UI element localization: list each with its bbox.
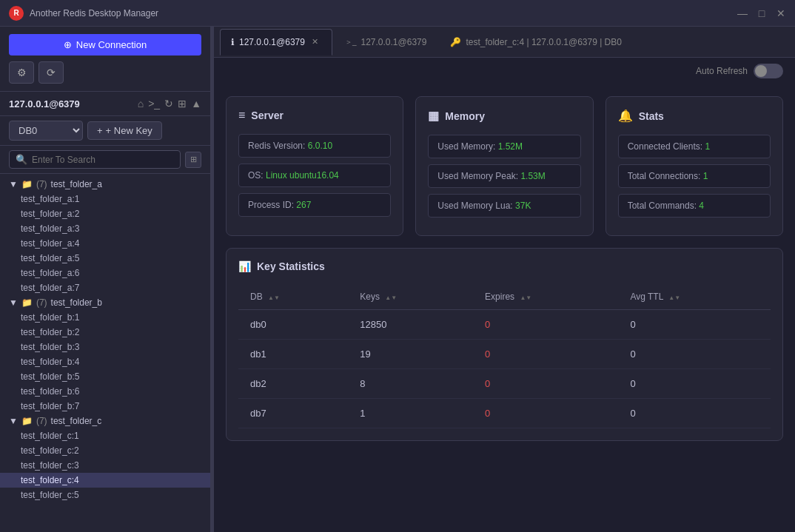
close-button[interactable]: ✕ xyxy=(776,8,786,18)
cell-db: db0 xyxy=(238,310,348,340)
list-item[interactable]: test_folder_a:1 xyxy=(0,192,210,206)
grid-icon[interactable]: ⊞ xyxy=(178,98,187,110)
refresh-button[interactable]: ⟳ xyxy=(38,61,64,84)
col-expires[interactable]: Expires ▲▼ xyxy=(473,284,618,310)
list-item[interactable]: test_folder_a:3 xyxy=(0,221,210,236)
chevron-down-icon: ▼ xyxy=(9,297,18,308)
folder-a-icon: 📁 xyxy=(21,179,33,189)
folder-a-row[interactable]: ▼ 📁 (7) test_folder_a xyxy=(0,177,210,192)
redis-version-stat: Redis Version: 6.0.10 xyxy=(238,134,391,158)
table-row: db0 12850 0 0 xyxy=(238,310,771,340)
list-item[interactable]: test_folder_b:5 xyxy=(0,369,210,384)
table-header-row: DB ▲▼ Keys ▲▼ Expires ▲▼ Avg TTL ▲▼ xyxy=(238,284,771,310)
chevron-down-icon: ▼ xyxy=(9,179,18,189)
key-statistics-table: DB ▲▼ Keys ▲▼ Expires ▲▼ Avg TTL ▲▼ xyxy=(238,284,771,428)
cell-expires: 0 xyxy=(473,399,618,428)
tabs-bar: ℹ 127.0.0.1@6379 ✕ ＞_ 127.0.0.1@6379 🔑 t… xyxy=(214,27,795,58)
list-item[interactable]: test_folder_a:6 xyxy=(0,266,210,280)
stats-card: 🔔 Stats Connected Clients: 1 Total Conne… xyxy=(606,96,783,236)
collapse-icon[interactable]: ▲ xyxy=(191,98,201,110)
list-item[interactable]: test_folder_b:4 xyxy=(0,354,210,369)
list-item[interactable]: test_folder_c:5 xyxy=(0,488,210,502)
titlebar: R Another Redis Desktop Manager — □ ✕ xyxy=(0,0,795,27)
cell-expires: 0 xyxy=(473,369,618,399)
cell-keys: 1 xyxy=(348,399,473,428)
list-item[interactable]: test_folder_a:7 xyxy=(0,280,210,295)
list-item[interactable]: test_folder_b:6 xyxy=(0,384,210,399)
col-db[interactable]: DB ▲▼ xyxy=(238,284,348,310)
auto-refresh-label: Auto Refresh xyxy=(696,66,748,76)
tab-label: 127.0.0.1@6379 xyxy=(360,37,426,47)
key-tree: ▼ 📁 (7) test_folder_a test_folder_a:1 te… xyxy=(0,174,210,532)
list-item[interactable]: test_folder_c:4 xyxy=(0,473,210,488)
list-item[interactable]: test_folder_a:5 xyxy=(0,251,210,266)
cell-db: db7 xyxy=(238,399,348,428)
window-controls: — □ ✕ xyxy=(737,8,786,18)
new-key-button[interactable]: + + New Key xyxy=(87,121,162,140)
connected-clients-stat: Connected Clients: 1 xyxy=(618,135,771,158)
col-keys[interactable]: Keys ▲▼ xyxy=(348,284,473,310)
settings-button[interactable]: ⚙ xyxy=(9,61,34,84)
col-avg-ttl[interactable]: Avg TTL ▲▼ xyxy=(618,284,771,310)
tab-close-button[interactable]: ✕ xyxy=(309,36,321,48)
table-row: db7 1 0 0 xyxy=(238,399,771,428)
cell-keys: 8 xyxy=(348,369,473,399)
list-item[interactable]: test_folder_b:1 xyxy=(0,310,210,325)
terminal-icon[interactable]: >_ xyxy=(148,98,160,110)
key-statistics-section: 📊 Key Statistics DB ▲▼ Keys ▲▼ xyxy=(226,248,783,441)
total-commands-stat: Total Commands: 4 xyxy=(618,194,771,218)
home-icon[interactable]: ⌂ xyxy=(138,98,144,110)
connection-actions: ⌂ >_ ↻ ⊞ ▲ xyxy=(138,98,201,110)
cell-avg-ttl: 0 xyxy=(618,340,771,369)
process-id-stat: Process ID: 267 xyxy=(238,193,391,217)
memory-card-title: ▦ Memory xyxy=(428,109,580,123)
search-grid-button[interactable]: ⊞ xyxy=(185,152,201,168)
sidebar-tools: ⚙ ⟳ xyxy=(9,61,201,84)
main-content: ℹ 127.0.0.1@6379 ✕ ＞_ 127.0.0.1@6379 🔑 t… xyxy=(214,27,795,532)
folder-c-icon: 📁 xyxy=(21,416,33,426)
used-memory-lua-stat: Used Memory Lua: 37K xyxy=(428,194,580,218)
sort-arrows-expires: ▲▼ xyxy=(520,295,531,301)
tab-key-view[interactable]: 🔑 test_folder_c:4 | 127.0.0.1@6379 | DB0 xyxy=(439,29,633,55)
app-body: ⊕ New Connection ⚙ ⟳ 127.0.0.1@6379 ⌂ >_… xyxy=(0,27,795,532)
list-item[interactable]: test_folder_b:7 xyxy=(0,399,210,414)
auto-refresh-toggle[interactable] xyxy=(754,64,783,78)
tab-server-info[interactable]: ℹ 127.0.0.1@6379 ✕ xyxy=(220,29,332,55)
list-item[interactable]: test_folder_c:2 xyxy=(0,443,210,458)
tab-terminal[interactable]: ＞_ 127.0.0.1@6379 xyxy=(334,29,437,55)
stats-cards: ≡ Server Redis Version: 6.0.10 OS: Linux… xyxy=(226,96,783,236)
db-select[interactable]: DB0 DB1 DB2 xyxy=(9,121,83,141)
search-input[interactable] xyxy=(32,155,174,165)
folder-a-label: test_folder_a xyxy=(51,179,102,189)
maximize-button[interactable]: □ xyxy=(757,8,767,18)
info-icon: ℹ xyxy=(231,37,235,47)
reload-icon[interactable]: ↻ xyxy=(164,98,173,110)
list-item[interactable]: test_folder_a:4 xyxy=(0,236,210,251)
toolbar-row: Auto Refresh xyxy=(214,58,795,84)
cell-avg-ttl: 0 xyxy=(618,369,771,399)
cell-expires: 0 xyxy=(473,340,618,369)
memory-icon: ▦ xyxy=(428,109,439,123)
list-item[interactable]: test_folder_b:3 xyxy=(0,340,210,354)
connection-info: 127.0.0.1@6379 ⌂ >_ ↻ ⊞ ▲ xyxy=(0,92,210,116)
list-item[interactable]: test_folder_b:2 xyxy=(0,325,210,340)
folder-c-row[interactable]: ▼ 📁 (7) test_folder_c xyxy=(0,414,210,428)
cell-keys: 12850 xyxy=(348,310,473,340)
stats-icon: 🔔 xyxy=(618,109,633,123)
table-row: db2 8 0 0 xyxy=(238,369,771,399)
folder-a-count: (7) xyxy=(36,179,47,189)
key-icon: 🔑 xyxy=(450,37,461,47)
total-connections-stat: Total Connections: 1 xyxy=(618,164,771,188)
used-memory-stat: Used Memory: 1.52M xyxy=(428,135,580,158)
content-area: ≡ Server Redis Version: 6.0.10 OS: Linux… xyxy=(214,84,795,532)
minimize-button[interactable]: — xyxy=(737,8,748,18)
folder-b-icon: 📁 xyxy=(21,297,33,308)
app-title: Another Redis Desktop Manager xyxy=(30,8,737,18)
list-item[interactable]: test_folder_c:1 xyxy=(0,428,210,443)
new-connection-button[interactable]: ⊕ New Connection xyxy=(9,34,201,55)
bar-chart-icon: 📊 xyxy=(238,260,251,272)
folder-b-row[interactable]: ▼ 📁 (7) test_folder_b xyxy=(0,295,210,310)
list-item[interactable]: test_folder_a:2 xyxy=(0,206,210,221)
used-memory-peak-stat: Used Memory Peak: 1.53M xyxy=(428,164,580,188)
list-item[interactable]: test_folder_c:3 xyxy=(0,458,210,473)
